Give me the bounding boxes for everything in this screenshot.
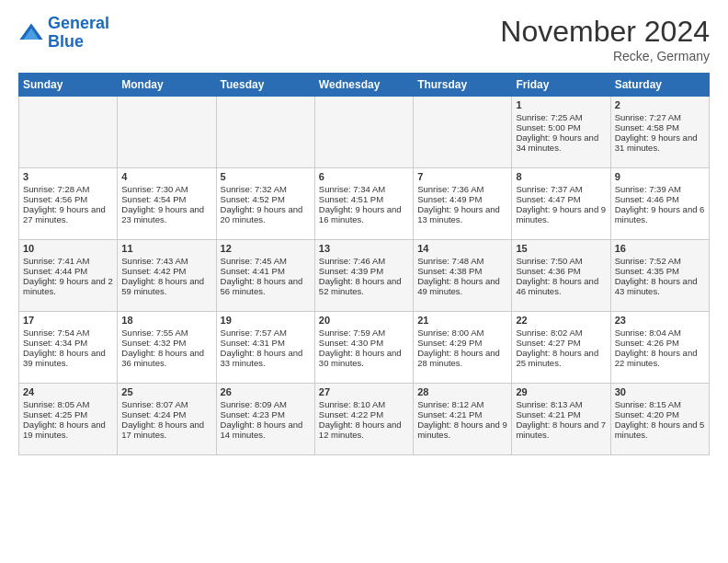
day-info-line: Sunrise: 7:28 AM	[23, 184, 113, 194]
day-info-line: Sunrise: 8:07 AM	[121, 399, 211, 409]
day-info-line: Sunrise: 7:43 AM	[121, 256, 211, 266]
day-info-line: Sunset: 4:51 PM	[319, 194, 409, 204]
day-info-line: Sunrise: 7:55 AM	[121, 327, 211, 338]
calendar-cell: 7Sunrise: 7:36 AMSunset: 4:49 PMDaylight…	[414, 168, 512, 240]
day-number: 10	[23, 243, 113, 254]
day-info-line: Sunrise: 7:46 AM	[319, 256, 409, 266]
day-info-line: Sunset: 4:49 PM	[417, 194, 507, 204]
day-info-line: Sunrise: 8:12 AM	[417, 399, 507, 409]
day-info-line: Sunset: 5:00 PM	[516, 122, 606, 132]
calendar-cell: 11Sunrise: 7:43 AMSunset: 4:42 PMDayligh…	[118, 240, 216, 312]
col-monday: Monday	[118, 74, 216, 97]
col-thursday: Thursday	[414, 74, 512, 97]
col-wednesday: Wednesday	[314, 74, 413, 97]
calendar-week-4: 24Sunrise: 8:05 AMSunset: 4:25 PMDayligh…	[19, 384, 710, 455]
day-info-line: Sunset: 4:36 PM	[516, 266, 606, 276]
calendar-cell: 14Sunrise: 7:48 AMSunset: 4:38 PMDayligh…	[414, 240, 512, 312]
calendar-cell: 2Sunrise: 7:27 AMSunset: 4:58 PMDaylight…	[610, 97, 709, 168]
day-info-line: Daylight: 8 hours and 36 minutes.	[121, 348, 211, 368]
day-info-line: Daylight: 8 hours and 33 minutes.	[221, 348, 311, 368]
day-info-line: Daylight: 8 hours and 25 minutes.	[516, 348, 606, 368]
day-number: 28	[417, 386, 507, 397]
col-sunday: Sunday	[19, 74, 118, 97]
day-info-line: Sunset: 4:52 PM	[221, 194, 311, 204]
day-info-line: Sunset: 4:39 PM	[319, 266, 409, 276]
day-info-line: Daylight: 9 hours and 2 minutes.	[23, 276, 113, 296]
day-info-line: Daylight: 8 hours and 14 minutes.	[221, 419, 311, 440]
calendar-week-0: 1Sunrise: 7:25 AMSunset: 5:00 PMDaylight…	[19, 97, 710, 168]
calendar-cell: 24Sunrise: 8:05 AMSunset: 4:25 PMDayligh…	[19, 384, 118, 455]
day-info-line: Sunset: 4:22 PM	[319, 409, 409, 419]
logo-icon	[18, 20, 44, 46]
day-info-line: Daylight: 8 hours and 17 minutes.	[121, 419, 211, 440]
day-info-line: Daylight: 8 hours and 59 minutes.	[121, 276, 211, 296]
day-info-line: Sunset: 4:54 PM	[121, 194, 211, 204]
day-number: 22	[516, 315, 606, 326]
logo-text: General Blue	[48, 15, 109, 52]
day-info-line: Sunset: 4:21 PM	[516, 409, 606, 419]
day-number: 15	[516, 243, 606, 254]
day-number: 14	[417, 243, 507, 254]
day-info-line: Daylight: 8 hours and 52 minutes.	[319, 276, 409, 296]
day-info-line: Sunset: 4:42 PM	[121, 266, 211, 276]
calendar-cell: 20Sunrise: 7:59 AMSunset: 4:30 PMDayligh…	[314, 312, 413, 384]
day-number: 19	[221, 315, 311, 326]
calendar-cell: 22Sunrise: 8:02 AMSunset: 4:27 PMDayligh…	[512, 312, 610, 384]
day-info-line: Sunset: 4:31 PM	[221, 338, 311, 348]
day-info-line: Daylight: 8 hours and 49 minutes.	[417, 276, 507, 296]
day-info-line: Sunrise: 7:41 AM	[23, 256, 113, 266]
calendar-cell: 6Sunrise: 7:34 AMSunset: 4:51 PMDaylight…	[314, 168, 413, 240]
day-number: 11	[121, 243, 211, 254]
day-info-line: Sunrise: 7:57 AM	[221, 327, 311, 338]
calendar-cell: 18Sunrise: 7:55 AMSunset: 4:32 PMDayligh…	[118, 312, 216, 384]
calendar-cell: 19Sunrise: 7:57 AMSunset: 4:31 PMDayligh…	[216, 312, 314, 384]
day-info-line: Sunrise: 7:30 AM	[121, 184, 211, 194]
day-number: 16	[615, 243, 705, 254]
day-info-line: Sunset: 4:23 PM	[221, 409, 311, 419]
col-friday: Friday	[512, 74, 610, 97]
day-number: 17	[23, 315, 113, 326]
day-info-line: Daylight: 8 hours and 46 minutes.	[516, 276, 606, 296]
day-info-line: Sunrise: 7:34 AM	[319, 184, 409, 194]
day-info-line: Sunset: 4:32 PM	[121, 338, 211, 348]
calendar-week-3: 17Sunrise: 7:54 AMSunset: 4:34 PMDayligh…	[19, 312, 710, 384]
day-info-line: Sunset: 4:27 PM	[516, 338, 606, 348]
day-info-line: Sunrise: 7:52 AM	[615, 256, 705, 266]
col-saturday: Saturday	[610, 74, 709, 97]
day-info-line: Sunrise: 7:54 AM	[23, 327, 113, 338]
calendar-cell: 5Sunrise: 7:32 AMSunset: 4:52 PMDaylight…	[216, 168, 314, 240]
calendar-cell: 26Sunrise: 8:09 AMSunset: 4:23 PMDayligh…	[216, 384, 314, 455]
calendar-cell: 8Sunrise: 7:37 AMSunset: 4:47 PMDaylight…	[512, 168, 610, 240]
day-info-line: Daylight: 9 hours and 31 minutes.	[615, 132, 705, 153]
day-info-line: Sunset: 4:26 PM	[615, 338, 705, 348]
day-number: 6	[319, 171, 409, 182]
day-number: 25	[121, 386, 211, 397]
calendar-cell	[314, 97, 413, 168]
day-info-line: Sunrise: 7:45 AM	[221, 256, 311, 266]
calendar-cell: 10Sunrise: 7:41 AMSunset: 4:44 PMDayligh…	[19, 240, 118, 312]
day-info-line: Daylight: 8 hours and 19 minutes.	[23, 419, 113, 440]
day-info-line: Daylight: 9 hours and 9 minutes.	[516, 204, 606, 224]
day-number: 3	[23, 171, 113, 182]
day-info-line: Daylight: 8 hours and 12 minutes.	[319, 419, 409, 440]
calendar-cell: 29Sunrise: 8:13 AMSunset: 4:21 PMDayligh…	[512, 384, 610, 455]
day-info-line: Sunset: 4:25 PM	[23, 409, 113, 419]
day-info-line: Daylight: 8 hours and 56 minutes.	[221, 276, 311, 296]
calendar-cell: 17Sunrise: 7:54 AMSunset: 4:34 PMDayligh…	[19, 312, 118, 384]
day-info-line: Sunrise: 7:37 AM	[516, 184, 606, 194]
day-info-line: Daylight: 9 hours and 27 minutes.	[23, 204, 113, 224]
day-info-line: Daylight: 8 hours and 22 minutes.	[615, 348, 705, 368]
day-info-line: Sunset: 4:56 PM	[23, 194, 113, 204]
calendar-cell: 13Sunrise: 7:46 AMSunset: 4:39 PMDayligh…	[314, 240, 413, 312]
day-number: 7	[417, 171, 507, 182]
day-info-line: Daylight: 9 hours and 20 minutes.	[221, 204, 311, 224]
day-number: 13	[319, 243, 409, 254]
day-number: 4	[121, 171, 211, 182]
day-info-line: Sunset: 4:21 PM	[417, 409, 507, 419]
day-info-line: Sunrise: 8:10 AM	[319, 399, 409, 409]
day-info-line: Sunrise: 8:05 AM	[23, 399, 113, 409]
calendar-cell: 3Sunrise: 7:28 AMSunset: 4:56 PMDaylight…	[19, 168, 118, 240]
logo-blue: Blue	[48, 33, 109, 52]
day-number: 9	[615, 171, 705, 182]
logo: General Blue	[18, 15, 109, 52]
